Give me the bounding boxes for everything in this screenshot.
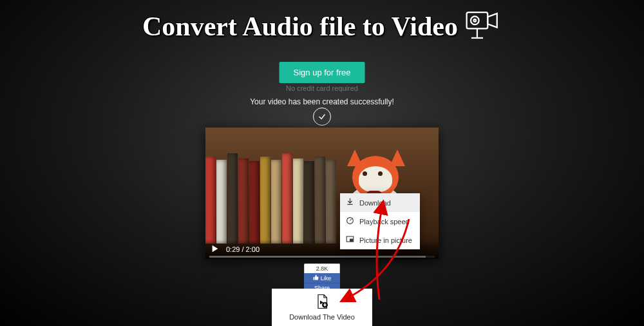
context-menu-pip[interactable]: Picture in picture [340, 231, 420, 249]
thumbs-up-icon [313, 274, 319, 282]
play-icon[interactable] [211, 244, 220, 254]
pip-icon [346, 235, 354, 245]
context-menu-pip-label: Picture in picture [359, 236, 412, 244]
facebook-like-count: 2.8K [304, 264, 340, 273]
video-context-menu: Download Playback speed Picture in pictu… [340, 193, 420, 249]
svg-rect-5 [347, 204, 352, 205]
no-credit-card-text: No credit card required [286, 84, 358, 92]
video-duration: 2:00 [246, 245, 260, 253]
video-thumbnail [205, 147, 337, 244]
svg-point-1 [471, 16, 479, 24]
download-video-label: Download The Video [289, 313, 355, 321]
download-video-card[interactable]: Download The Video [272, 289, 372, 326]
svg-rect-0 [467, 12, 488, 28]
check-icon [313, 108, 331, 126]
success-message: Your video has been created successfully… [250, 97, 394, 106]
download-icon [346, 198, 354, 207]
download-file-icon [314, 294, 330, 311]
page-title: Convert Audio file to Video [142, 11, 458, 42]
video-camera-icon [464, 6, 502, 46]
svg-point-2 [474, 19, 477, 22]
context-menu-playback-speed[interactable]: Playback speed [340, 212, 420, 231]
context-menu-download-label: Download [359, 199, 391, 207]
page-title-row: Convert Audio file to Video [0, 6, 644, 46]
context-menu-download[interactable]: Download [340, 193, 420, 212]
context-menu-playback-label: Playback speed [359, 218, 410, 225]
signup-button[interactable]: Sign up for free [279, 62, 365, 83]
speed-icon [346, 216, 354, 226]
facebook-like-button[interactable]: Like [304, 273, 340, 283]
svg-rect-8 [350, 239, 353, 241]
video-time: 0:29 / 2:00 [226, 245, 260, 253]
video-current-time: 0:29 [226, 245, 240, 253]
